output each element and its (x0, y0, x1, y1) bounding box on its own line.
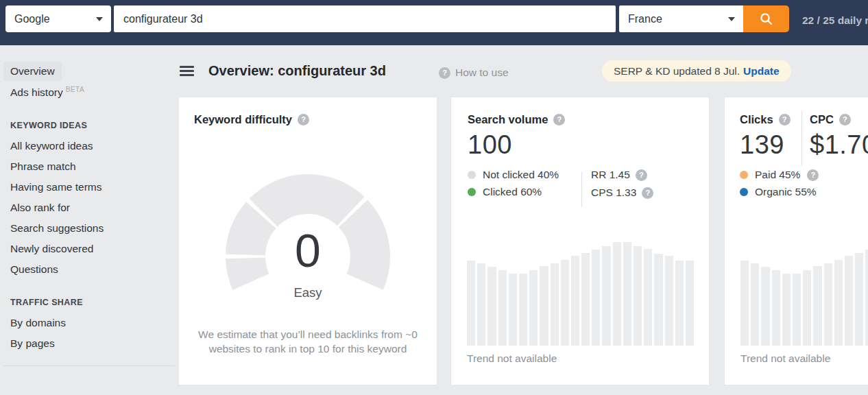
trend-bar (761, 267, 769, 346)
country-select[interactable]: France (619, 5, 743, 32)
search-volume-value: 100 (468, 130, 512, 160)
metric-rr: RR 1.45 (591, 169, 653, 181)
legend-item: Clicked 60% (468, 186, 559, 198)
trend-bar (592, 250, 600, 346)
trend-bar (803, 270, 811, 346)
trend-bar (751, 263, 759, 346)
legend-item: Not clicked 40% (468, 169, 559, 181)
hamburger-icon (180, 66, 194, 68)
help-icon[interactable] (779, 114, 791, 125)
clicks-cpc-card: Clicks 139 CPC $1.70 Paid 45% Organic 55… (724, 97, 868, 385)
how-to-use-link[interactable]: How to use (439, 67, 509, 79)
keyword-difficulty-title: Keyword difficulty (194, 113, 292, 126)
menu-toggle-button[interactable] (180, 66, 194, 76)
sidebar-item-questions[interactable]: Questions (3, 260, 65, 279)
sidebar-item-having-same-terms[interactable]: Having same terms (3, 178, 109, 197)
metric-label: CPS 1.33 (591, 187, 636, 199)
keyword-difficulty-card: Keyword difficulty 0 Easy We estimate th… (178, 97, 437, 385)
keyword-difficulty-description: We estimate that you’ll need backlinks f… (193, 327, 423, 357)
trend-note: Trend not available (740, 352, 830, 365)
update-badge-text: SERP & KD updated 8 Jul. (614, 65, 740, 77)
sidebar-item-all-keyword-ideas[interactable]: All keyword ideas (3, 136, 100, 156)
update-link[interactable]: Update (743, 65, 780, 77)
trend-bar (855, 253, 863, 346)
metric-label: RR 1.45 (591, 169, 630, 181)
trend-bar (613, 242, 621, 346)
search-volume-legend: Not clicked 40% Clicked 60% (468, 169, 559, 198)
serp-update-badge: SERP & KD updated 8 Jul.Update (602, 60, 791, 82)
legend-label: Not clicked 40% (483, 169, 559, 181)
trend-bar (686, 261, 694, 346)
legend-item: Organic 55% (740, 186, 819, 198)
beta-badge: BETA (66, 86, 84, 93)
search-button[interactable] (743, 5, 789, 32)
search-volume-trend-chart (467, 241, 695, 346)
keyword-difficulty-label: Easy (222, 285, 394, 300)
top-search-bar: Google France 22 / 25 daily r (0, 0, 868, 45)
trend-bar (654, 254, 662, 346)
sidebar-section-keyword-ideas: KEYWORD IDEAS (3, 121, 177, 130)
trend-bar (540, 266, 548, 346)
sidebar-item-search-suggestions[interactable]: Search suggestions (3, 219, 110, 238)
help-icon[interactable] (298, 114, 309, 125)
search-icon (760, 12, 773, 25)
paid-dot-icon (740, 171, 748, 179)
trend-bar (519, 274, 527, 346)
hamburger-icon (180, 74, 194, 76)
trend-bar (865, 250, 868, 346)
trend-bar (581, 253, 590, 346)
trend-bar (793, 274, 801, 346)
search-volume-metrics: RR 1.45 CPS 1.33 (591, 169, 653, 199)
help-icon[interactable] (553, 114, 565, 125)
sidebar-item-ads-history[interactable]: Ads historyBETA (3, 82, 91, 102)
help-icon[interactable] (839, 114, 851, 125)
chevron-down-icon (728, 17, 735, 21)
trend-note: Trend not available (467, 352, 557, 365)
trend-bar (824, 263, 832, 346)
clicks-value: 139 (740, 130, 784, 160)
trend-bar (675, 261, 684, 346)
trend-bar (571, 256, 579, 346)
help-icon (439, 67, 450, 79)
trend-bar (634, 246, 642, 346)
search-volume-card: Search volume 100 Not clicked 40% Clicke… (450, 97, 710, 385)
trend-bar (509, 274, 517, 346)
sidebar: Overview Ads historyBETA KEYWORD IDEAS A… (0, 45, 177, 395)
country-value: France (628, 13, 662, 25)
search-engine-select[interactable]: Google (5, 5, 111, 32)
keyword-search-input[interactable] (114, 5, 616, 32)
help-icon[interactable] (807, 169, 819, 181)
trend-bar (845, 256, 853, 346)
legend-metrics-divider (581, 171, 582, 207)
cpc-value: $1.70 (810, 130, 868, 160)
daily-quota-text: 22 / 25 daily r (802, 0, 868, 45)
trend-bar (623, 242, 631, 346)
not-clicked-dot-icon (468, 171, 476, 179)
trend-bar (602, 246, 610, 346)
trend-bar (834, 260, 843, 346)
help-icon[interactable] (636, 169, 647, 181)
sidebar-item-phrase-match[interactable]: Phrase match (3, 157, 83, 176)
trend-bar (551, 263, 559, 346)
sidebar-item-overview[interactable]: Overview (3, 62, 62, 81)
legend-label: Paid 45% (755, 169, 800, 181)
sidebar-item-also-rank-for[interactable]: Also rank for (3, 198, 77, 217)
sidebar-item-newly-discovered[interactable]: Newly discovered (3, 239, 100, 259)
metric-cps: CPS 1.33 (591, 187, 653, 199)
page-title: Overview: configurateur 3d (208, 63, 386, 79)
trend-bar (498, 270, 507, 346)
clicked-dot-icon (468, 188, 476, 196)
trend-bar (644, 249, 652, 346)
legend-label: Clicked 60% (483, 186, 542, 198)
search-engine-value: Google (14, 13, 50, 25)
trend-bar (740, 261, 749, 346)
sidebar-section-traffic-share: TRAFFIC SHARE (3, 298, 177, 307)
sidebar-item-by-pages[interactable]: By pages (3, 334, 62, 353)
trend-bar (772, 270, 780, 346)
help-icon[interactable] (642, 187, 653, 199)
sidebar-item-by-domains[interactable]: By domains (3, 313, 73, 333)
legend-item: Paid 45% (740, 169, 819, 181)
trend-bar (813, 266, 821, 346)
sidebar-item-label: Ads history (10, 86, 63, 98)
sidebar-divider (3, 366, 175, 366)
